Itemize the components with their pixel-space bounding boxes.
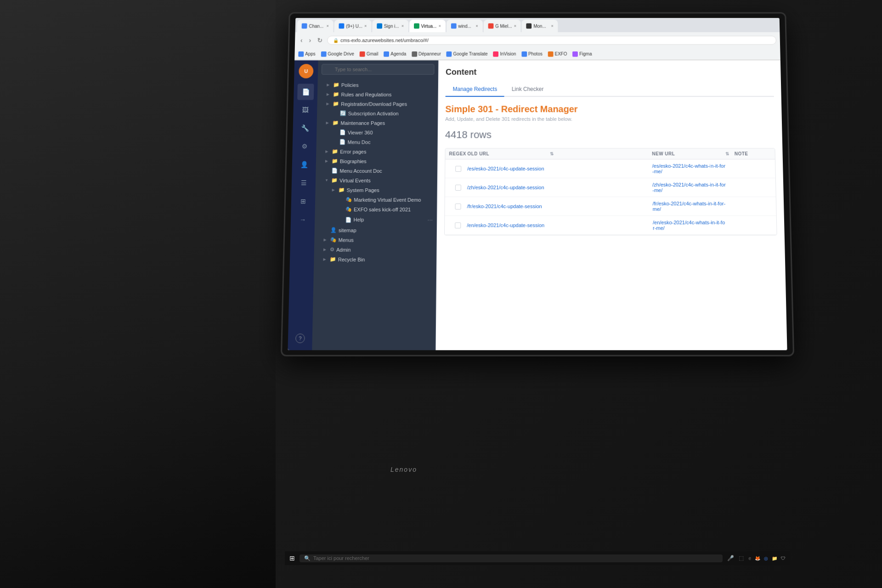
cms-nav-list[interactable]: ☰: [295, 175, 312, 191]
tree-item-rules[interactable]: ▶ 📁 Rules and Regulations: [317, 90, 438, 99]
taskbar-search[interactable]: 🔍 Taper ici pour rechercher: [300, 554, 723, 562]
col-sort-2: ⇅: [725, 151, 735, 156]
row-checkbox-0[interactable]: [455, 166, 461, 172]
bookmark-agenda[interactable]: Agenda: [384, 51, 406, 57]
old-url-link-1[interactable]: /zh/esko-2021/c4c-update-session: [467, 185, 544, 190]
sort-icon-2: ⇅: [725, 151, 729, 156]
reload-button[interactable]: ↻: [316, 36, 325, 45]
tab-close-5[interactable]: ×: [475, 24, 478, 28]
cms-nav-arrow[interactable]: →: [294, 211, 311, 228]
tree-item-marketing[interactable]: ▶ 🎭 Marketing Virtual Event Demo: [315, 195, 437, 204]
tree-item-menuaccount[interactable]: ▶ 📄 Menu Account Doc: [316, 166, 437, 175]
tree-item-biographies[interactable]: ▶ 📁 Biographies: [316, 156, 437, 166]
tab-manage-redirects[interactable]: Manage Redirects: [446, 82, 504, 96]
bookmarks-bar: Apps Google Drive Gmail Agenda Dépanneur: [294, 48, 780, 60]
row-checkbox-1[interactable]: [455, 184, 461, 190]
cms-nav-user[interactable]: 👤: [295, 156, 312, 173]
sort-icon-1: ⇅: [550, 151, 554, 156]
tree-item-exfosales[interactable]: ▶ 🎭 EXFO sales kick-off 2021: [315, 204, 436, 214]
bookmark-invision[interactable]: InVision: [493, 51, 516, 57]
shield-icon[interactable]: 🛡: [781, 556, 786, 561]
bookmark-exfo[interactable]: EXFO: [548, 51, 567, 57]
tab-close-4[interactable]: ×: [439, 24, 441, 28]
tab-close-0[interactable]: ×: [327, 24, 329, 28]
system-tray: e 🦊 ◎ 📁 🛡: [748, 556, 786, 561]
cms-nav-gear[interactable]: ⚙: [296, 138, 313, 155]
bookmark-photos[interactable]: Photos: [521, 51, 543, 57]
tab-close-8[interactable]: ×: [551, 24, 553, 28]
firefox-icon[interactable]: 🦊: [755, 556, 760, 561]
tab-link-checker[interactable]: Link Checker: [504, 82, 551, 96]
new-url-link-2[interactable]: /fr/esko-2021/c4c-whats-in-it-for-me/: [652, 201, 725, 212]
tree-item-policies[interactable]: ▶ 📁 Policies: [317, 80, 438, 90]
more-options-icon-help[interactable]: ···: [427, 216, 433, 223]
tab-5[interactable]: wind... ×: [447, 20, 483, 32]
tab-close-2[interactable]: ×: [401, 24, 404, 28]
tree-item-menudoc[interactable]: ▶ 📄 Menu Doc: [317, 137, 437, 147]
tree-item-maintenance[interactable]: ▶ 📁 Maintenance Pages: [317, 118, 437, 128]
address-input[interactable]: 🔒 cms-exfo.azurewebsites.net/umbraco/#/: [327, 36, 776, 45]
help-icon: ?: [295, 334, 305, 343]
tab-close-6[interactable]: ×: [514, 24, 516, 28]
table-header-row: REGEX OLD URL ⇅ NEW URL ⇅ NOTE: [445, 148, 775, 159]
bookmark-drive[interactable]: Google Drive: [321, 51, 354, 57]
tab-close-1[interactable]: ×: [364, 24, 367, 28]
tree-item-help[interactable]: ▶ 📄 Help ···: [315, 214, 436, 225]
bookmark-label-invision: InVision: [500, 51, 516, 57]
cms-nav-image[interactable]: 🖼: [297, 102, 314, 118]
row-checkbox-3[interactable]: [455, 222, 461, 228]
windows-icon[interactable]: ⊞: [289, 554, 295, 562]
tree-item-admin[interactable]: ▶ ⚙ Admin: [314, 245, 436, 254]
bookmark-apps[interactable]: Apps: [298, 51, 316, 57]
bookmark-figma[interactable]: Figma: [572, 51, 592, 57]
tree-item-subscription[interactable]: ▶ 🔄 Subscription Activation: [317, 108, 438, 118]
tab-1[interactable]: (9+) U... ×: [334, 20, 371, 32]
task-view-icon[interactable]: ⬚: [739, 555, 744, 561]
cms-logo[interactable]: U: [299, 64, 313, 78]
row-checkbox-2[interactable]: [455, 204, 461, 209]
bookmark-favicon-photos: [521, 51, 527, 57]
bookmark-favicon-invision: [493, 51, 499, 57]
old-url-link-2[interactable]: /fr/esko-2021/c4c-update-session: [467, 204, 542, 209]
bookmark-favicon-drive: [321, 51, 326, 57]
tab-8[interactable]: Mon... ×: [522, 20, 558, 32]
cms-nav-wrench[interactable]: 🔧: [296, 120, 313, 136]
microphone-icon[interactable]: 🎤: [727, 555, 734, 561]
tree-item-sitemap[interactable]: ▶ 👤 sitemap: [315, 225, 437, 235]
tab-label-8: Mon...: [533, 23, 546, 28]
cms-nav-grid[interactable]: ⊞: [295, 193, 312, 209]
cms-nav-help[interactable]: ?: [292, 330, 309, 347]
tree-item-virtualevents[interactable]: ▼ 📁 Virtual Events: [316, 175, 437, 185]
col-spacer-1: [643, 151, 652, 156]
new-url-link-1[interactable]: /zh/esko-2021/c4c-whats-in-it-for-me/: [652, 182, 726, 193]
bookmark-depanneur[interactable]: Dépanneur: [412, 51, 441, 57]
tree-label-exfosales: EXFO sales kick-off 2021: [354, 207, 433, 212]
back-button[interactable]: ‹: [299, 36, 305, 45]
ie-icon[interactable]: e: [748, 556, 751, 561]
new-url-link-0[interactable]: /es/esko-2021/c4c-whats-in-it-for-me/: [652, 163, 725, 174]
tab-2[interactable]: Sign i... ×: [372, 20, 408, 32]
folder-icon[interactable]: 📁: [772, 556, 777, 561]
tree-item-viewer360[interactable]: ▶ 📄 Viewer 360: [317, 128, 437, 137]
tree-item-systempages[interactable]: ▶ 📁 System Pages: [315, 185, 437, 195]
tree-item-menus[interactable]: ▶ 🎭 Menus: [314, 235, 436, 244]
bookmark-translate[interactable]: Google Translate: [447, 51, 488, 57]
arrow-icon-rules: ▶: [327, 92, 331, 96]
new-url-0: /es/esko-2021/c4c-whats-in-it-for-me/: [652, 163, 726, 174]
bookmark-gmail[interactable]: Gmail: [360, 51, 379, 57]
old-url-link-0[interactable]: /es/esko-2021/c4c-update-session: [467, 166, 544, 171]
tab-label-0: Chan...: [309, 23, 323, 28]
chrome-icon[interactable]: ◎: [764, 556, 768, 561]
cms-nav-document[interactable]: 📄: [297, 84, 314, 100]
tab-0[interactable]: Chan... ×: [297, 20, 334, 32]
forward-button[interactable]: ›: [307, 36, 313, 45]
tab-4[interactable]: Virtua... ×: [409, 20, 446, 32]
tree-item-registration[interactable]: ▶ 📁 Registration/Download Pages: [317, 99, 437, 109]
tree-item-recyclebin[interactable]: ▶ 📁 Recycle Bin: [314, 254, 436, 264]
tab-6[interactable]: G Miel... ×: [483, 20, 520, 32]
tab-label-5: wind...: [458, 23, 471, 28]
old-url-link-3[interactable]: /en/esko-2021/c4c-update-session: [467, 222, 544, 228]
search-input[interactable]: [322, 64, 435, 74]
tree-item-errorpages[interactable]: ▶ 📁 Error pages: [316, 147, 437, 156]
new-url-link-3[interactable]: /en/esko-2021/c4c-whats-in-it-for-me/: [653, 220, 725, 231]
